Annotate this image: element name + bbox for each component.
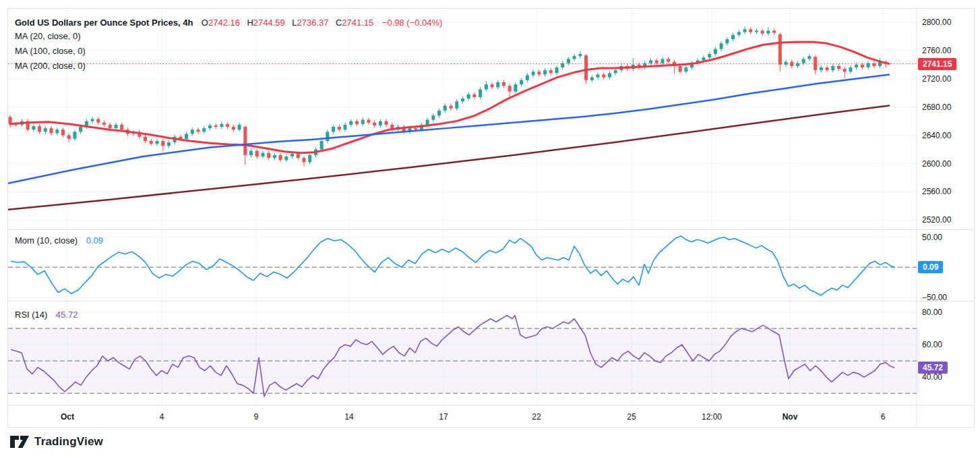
y-axis-label: 2640.00 — [922, 131, 951, 140]
mom-label: Mom (10, close) — [15, 235, 78, 246]
ma100-line — [8, 74, 890, 183]
x-axis-label-22: 22 — [532, 412, 541, 422]
rsi-value: 45.72 — [56, 310, 78, 320]
y-axis-label: 2520.00 — [922, 215, 951, 225]
main-chart-legend: Gold US Dollars per Ounce Spot Prices, 4… — [15, 16, 442, 28]
x-axis-label-25: 25 — [627, 412, 636, 422]
mom-value-badge: 0.09 — [918, 261, 943, 273]
page: Gold US Dollars per Ounce Spot Prices, 4… — [0, 0, 980, 458]
rsi-value-badge: 45.72 — [918, 362, 948, 374]
x-axis-label-17: 17 — [439, 412, 448, 422]
ma200-legend: MA (200, close, 0) — [15, 61, 86, 71]
y-axis-label: 2720.00 — [922, 74, 951, 84]
x-axis-label-12-00: 12:00 — [702, 412, 722, 422]
mom-legend: Mom (10, close) 0.09 — [15, 234, 103, 246]
x-axis-label-6: 6 — [881, 412, 886, 422]
chart-canvas[interactable] — [8, 9, 973, 426]
y-axis-label: 50.00 — [922, 233, 942, 242]
chart-title: Gold US Dollars per Ounce Spot Prices, 4… — [15, 18, 193, 28]
last-price-badge: 2741.15 — [918, 58, 956, 70]
ohlc-open: O2742.16 — [202, 18, 240, 28]
ma100-legend: MA (100, close, 0) — [15, 46, 86, 56]
mom-line — [11, 236, 894, 295]
ma20-line — [9, 42, 890, 153]
rsi-legend: RSI (14) 45.72 — [15, 308, 78, 320]
y-axis-label: 2560.00 — [922, 187, 951, 196]
y-axis-label: 2760.00 — [922, 46, 951, 55]
x-axis-label-9: 9 — [254, 412, 259, 422]
y-axis-label: 40.00 — [922, 372, 942, 382]
mom-value: 0.09 — [86, 235, 103, 246]
x-axis-label-4: 4 — [160, 412, 164, 422]
ohlc-high: H2744.59 — [247, 18, 284, 28]
ma20-legend: MA (20, close, 0) — [15, 31, 81, 41]
x-axis-label-14: 14 — [344, 412, 353, 422]
tradingview-attribution[interactable]: TradingView — [9, 434, 103, 449]
ohlc-close: C2741.15 — [336, 18, 373, 28]
x-axis-label-oct: Oct — [61, 412, 74, 422]
y-axis-label: −50.00 — [922, 293, 947, 302]
ohlc-change: −0.98 (−0.04%) — [382, 18, 443, 28]
y-axis-label: 60.00 — [922, 340, 942, 349]
y-axis-label: 2800.00 — [922, 18, 951, 27]
tradingview-brand-text: TradingView — [34, 435, 103, 449]
x-axis-label-nov: Nov — [783, 412, 798, 422]
tradingview-logo-icon — [9, 434, 30, 449]
chart-widget[interactable]: Gold US Dollars per Ounce Spot Prices, 4… — [7, 8, 975, 428]
y-axis-label: 2600.00 — [922, 159, 951, 169]
y-axis-label: 2680.00 — [922, 103, 951, 112]
rsi-label: RSI (14) — [15, 310, 47, 320]
ohlc-low: L2736.37 — [292, 18, 328, 28]
y-axis-label: 80.00 — [922, 308, 942, 317]
